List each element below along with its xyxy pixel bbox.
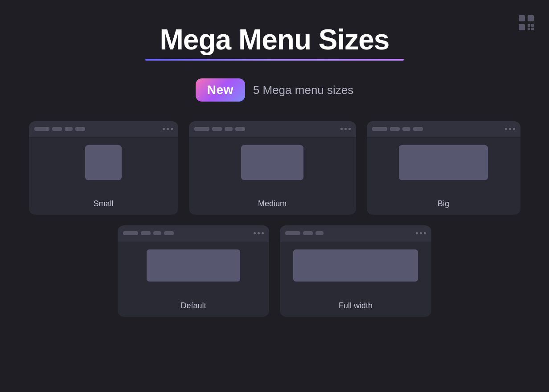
titlebar-pill-4: [413, 127, 423, 131]
card-small[interactable]: Small: [29, 121, 178, 215]
titlebar-fullwidth: [280, 225, 431, 241]
top-row: Small Medium: [29, 121, 520, 215]
titlebar-pill-4: [164, 231, 174, 235]
bottom-row: Default Full width: [118, 225, 431, 317]
page-title: Mega Menu Sizes: [160, 23, 389, 56]
preview-fullwidth: [293, 249, 418, 282]
titlebar-pill-1: [285, 231, 300, 235]
dot-2: [344, 128, 347, 130]
badge-description: 5 Mega menu sizes: [253, 83, 353, 97]
dot-2: [509, 128, 511, 130]
header: Mega Menu Sizes New 5 Mega menu sizes: [0, 23, 549, 102]
cards-container: Small Medium: [0, 121, 549, 317]
dot-3: [424, 232, 426, 234]
logo-icon: [518, 14, 535, 33]
card-label-default: Default: [180, 301, 206, 310]
titlebar-pill-3: [315, 231, 324, 235]
titlebar-dots: [340, 128, 351, 130]
dot-1: [340, 128, 343, 130]
dot-1: [254, 232, 256, 234]
titlebar-pill-2: [52, 127, 62, 131]
preview-small: [85, 145, 122, 180]
dot-3: [348, 128, 351, 130]
titlebar-pill-2: [303, 231, 313, 235]
titlebar-small: [29, 121, 178, 137]
card-fullwidth[interactable]: Full width: [280, 225, 431, 317]
badge-row: New 5 Mega menu sizes: [196, 78, 354, 102]
dot-1: [416, 232, 418, 234]
card-body-default: Default: [118, 241, 269, 317]
card-body-fullwidth: Full width: [280, 241, 431, 317]
titlebar-pill-1: [34, 127, 49, 131]
dot-1: [163, 128, 165, 130]
svg-rect-2: [519, 24, 525, 30]
card-body-big: Big: [367, 137, 520, 215]
svg-rect-1: [528, 15, 534, 21]
svg-rect-5: [528, 28, 530, 30]
titlebar-pill-2: [141, 231, 151, 235]
preview-medium: [241, 145, 303, 180]
titlebar-pill-1: [372, 127, 387, 131]
titlebar-pill-2: [212, 127, 222, 131]
card-medium[interactable]: Medium: [189, 121, 356, 215]
dot-2: [167, 128, 169, 130]
titlebar-dots: [505, 128, 515, 130]
preview-default: [147, 249, 240, 282]
svg-rect-4: [531, 24, 534, 27]
dot-3: [171, 128, 173, 130]
card-label-small: Small: [93, 199, 113, 208]
titlebar-dots: [163, 128, 173, 130]
new-badge: New: [196, 78, 245, 102]
titlebar-pill-2: [390, 127, 400, 131]
svg-rect-3: [528, 24, 530, 27]
card-label-big: Big: [438, 199, 449, 208]
titlebar-pill-1: [123, 231, 138, 235]
svg-rect-6: [531, 28, 534, 30]
titlebar-big: [367, 121, 520, 137]
card-body-small: Small: [29, 137, 178, 215]
dot-3: [513, 128, 515, 130]
card-big[interactable]: Big: [367, 121, 520, 215]
title-underline: [145, 59, 404, 61]
titlebar-pill-3: [225, 127, 233, 131]
card-label-fullwidth: Full width: [339, 301, 373, 310]
card-label-medium: Medium: [258, 199, 287, 208]
dot-2: [258, 232, 260, 234]
titlebar-default: [118, 225, 269, 241]
dot-3: [262, 232, 264, 234]
titlebar-pill-3: [402, 127, 410, 131]
titlebar-pill-4: [75, 127, 85, 131]
dot-2: [420, 232, 422, 234]
titlebar-pill-1: [194, 127, 209, 131]
card-body-medium: Medium: [189, 137, 356, 215]
titlebar-pill-3: [65, 127, 73, 131]
titlebar-dots: [416, 232, 426, 234]
dot-1: [505, 128, 507, 130]
titlebar-pill-3: [153, 231, 161, 235]
titlebar-dots: [254, 232, 264, 234]
titlebar-medium: [189, 121, 356, 137]
svg-rect-0: [519, 15, 525, 21]
card-default[interactable]: Default: [118, 225, 269, 317]
preview-big: [399, 145, 488, 180]
titlebar-pill-4: [235, 127, 245, 131]
